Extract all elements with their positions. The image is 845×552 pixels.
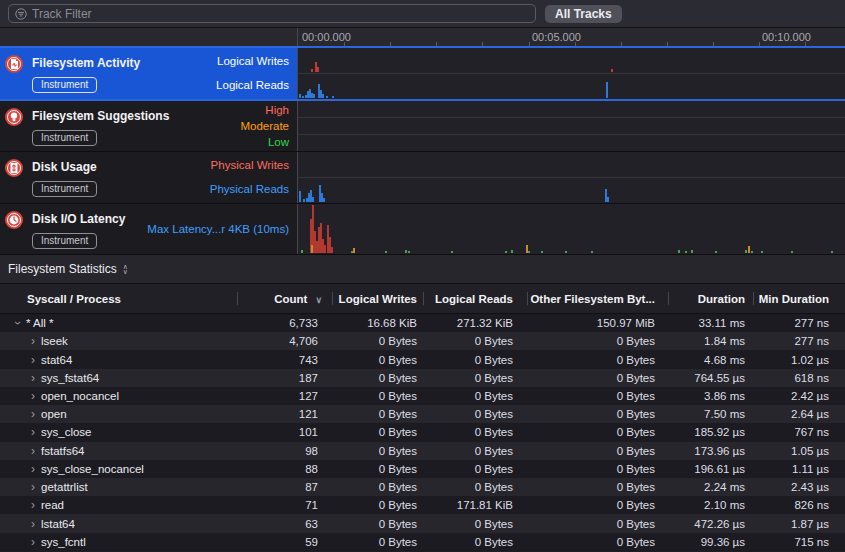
track-chart[interactable]	[298, 48, 845, 99]
disk-document-icon	[5, 159, 23, 177]
cell-value: 0 Bytes	[527, 536, 668, 548]
column-header-other-filesystem-byt-[interactable]: Other Filesystem Byt...	[527, 284, 668, 313]
track-chart[interactable]	[298, 152, 845, 203]
column-header-logical-reads[interactable]: Logical Reads	[423, 284, 527, 313]
cell-value: 2.64 µs	[753, 408, 845, 420]
table-row--all-[interactable]: ›* All *6,73316.68 KiB271.32 KiB150.97 M…	[0, 314, 845, 332]
filesystem-activity-icon	[5, 55, 23, 73]
lightbulb-icon	[5, 108, 23, 126]
cell-value: 0 Bytes	[527, 481, 668, 493]
table-row-open[interactable]: ›open1210 Bytes0 Bytes0 Bytes7.50 ms2.64…	[0, 405, 845, 423]
ruler-left-spacer	[0, 28, 298, 46]
cell-value: 472.26 µs	[668, 518, 753, 530]
column-header-min-duration[interactable]: Min Duration	[753, 284, 845, 313]
disclosure-collapsed-icon[interactable]: ›	[28, 535, 38, 549]
cell-value: 715 ns	[753, 536, 845, 548]
chart-lane[interactable]	[298, 135, 845, 151]
column-header-syscall-process[interactable]: Syscall / Process	[0, 284, 237, 313]
chart-lane[interactable]	[298, 204, 845, 255]
filter-icon	[15, 8, 27, 20]
track-row-disk-i-o-latency[interactable]: Disk I/O LatencyInstrumentMax Latency...…	[0, 204, 845, 256]
column-header-logical-writes[interactable]: Logical Writes	[332, 284, 423, 313]
syscall-name: sys_fstat64	[41, 372, 99, 384]
chart-spike	[748, 246, 750, 253]
table-row-getattrlist[interactable]: ›getattrlist870 Bytes0 Bytes0 Bytes2.24 …	[0, 478, 845, 496]
disclosure-collapsed-icon[interactable]: ›	[28, 334, 38, 348]
column-header-duration[interactable]: Duration	[668, 284, 753, 313]
cell-value: 127	[237, 390, 332, 402]
tracks-area: Filesystem ActivityInstrumentLogical Wri…	[0, 48, 845, 255]
disclosure-collapsed-icon[interactable]: ›	[28, 517, 38, 531]
track-sidebar-cell[interactable]: Filesystem SuggestionsInstrumentHighMode…	[0, 101, 298, 152]
chart-lane[interactable]	[298, 48, 845, 74]
track-filter-input[interactable]	[32, 7, 529, 21]
cell-value: 0 Bytes	[527, 354, 668, 366]
cell-value: 0 Bytes	[527, 426, 668, 438]
disclosure-collapsed-icon[interactable]: ›	[28, 389, 38, 403]
table-row-fstatfs64[interactable]: ›fstatfs64980 Bytes0 Bytes0 Bytes173.96 …	[0, 442, 845, 460]
cell-value: 101	[237, 426, 332, 438]
cell-value: 0 Bytes	[332, 445, 423, 457]
table-row-sys-fcntl[interactable]: ›sys_fcntl590 Bytes0 Bytes0 Bytes99.36 µ…	[0, 533, 845, 551]
track-title: Disk Usage	[32, 160, 97, 174]
syscall-name: read	[41, 499, 64, 511]
cell-value: 4,706	[237, 335, 332, 347]
chart-spike	[678, 250, 680, 253]
cell-value: 88	[237, 463, 332, 475]
disclosure-collapsed-icon[interactable]: ›	[28, 462, 38, 476]
all-tracks-button[interactable]: All Tracks	[545, 5, 622, 23]
track-row-disk-usage[interactable]: Disk UsageInstrumentPhysical WritesPhysi…	[0, 152, 845, 204]
track-chart[interactable]	[298, 101, 845, 152]
lane-label: Max Latency...r 4KB (10ms)	[147, 205, 289, 254]
disclosure-collapsed-icon[interactable]: ›	[28, 480, 38, 494]
ruler-timeline[interactable]: 00:00.00000:05.00000:10.000	[298, 28, 845, 46]
lane-label: High	[240, 102, 289, 118]
table-row-sys-close-nocancel[interactable]: ›sys_close_nocancel880 Bytes0 Bytes0 Byt…	[0, 460, 845, 478]
disclosure-collapsed-icon[interactable]: ›	[28, 444, 38, 458]
timeline-ruler[interactable]: 00:00.00000:05.00000:10.000	[0, 28, 845, 48]
cell-value: 0 Bytes	[423, 463, 527, 475]
track-row-filesystem-activity[interactable]: Filesystem ActivityInstrumentLogical Wri…	[0, 48, 845, 101]
table-row-read[interactable]: ›read710 Bytes171.81 KiB0 Bytes2.10 ms82…	[0, 496, 845, 514]
chart-lane[interactable]	[298, 74, 845, 99]
ruler-time-label: 00:10.000	[762, 31, 811, 43]
chart-lane[interactable]	[298, 152, 845, 178]
cell-value: 0 Bytes	[527, 518, 668, 530]
ruler-minor-tick	[575, 42, 576, 46]
syscall-name: getattrlist	[41, 481, 88, 493]
cell-value: 1.84 ms	[668, 335, 753, 347]
detail-pane-selector-icon[interactable]: ∧∨	[123, 264, 128, 274]
chart-spike	[408, 251, 410, 253]
ruler-minor-tick	[482, 42, 483, 46]
disclosure-collapsed-icon[interactable]: ›	[28, 425, 38, 439]
track-chart[interactable]	[298, 204, 845, 255]
table-row-sys-fstat64[interactable]: ›sys_fstat641870 Bytes0 Bytes0 Bytes764.…	[0, 369, 845, 387]
chart-spike	[831, 251, 833, 253]
table-row-lstat64[interactable]: ›lstat64630 Bytes0 Bytes0 Bytes472.26 µs…	[0, 514, 845, 532]
disclosure-collapsed-icon[interactable]: ›	[28, 498, 38, 512]
disclosure-collapsed-icon[interactable]: ›	[28, 371, 38, 385]
chart-spike	[299, 94, 301, 98]
disclosure-collapsed-icon[interactable]: ›	[28, 407, 38, 421]
disclosure-expanded-icon[interactable]: ›	[11, 318, 25, 328]
chart-spike	[331, 247, 333, 253]
track-row-filesystem-suggestions[interactable]: Filesystem SuggestionsInstrumentHighMode…	[0, 101, 845, 153]
table-row-stat64[interactable]: ›stat647430 Bytes0 Bytes0 Bytes4.68 ms1.…	[0, 350, 845, 368]
table-row-lseek[interactable]: ›lseek4,7060 Bytes0 Bytes0 Bytes1.84 ms2…	[0, 332, 845, 350]
chart-lane[interactable]	[298, 118, 845, 135]
track-filter-field[interactable]	[8, 4, 536, 23]
table-row-open-nocancel[interactable]: ›open_nocancel1270 Bytes0 Bytes0 Bytes3.…	[0, 387, 845, 405]
cell-value: 0 Bytes	[332, 481, 423, 493]
cell-value: 826 ns	[753, 499, 845, 511]
track-sidebar-cell[interactable]: Disk I/O LatencyInstrumentMax Latency...…	[0, 204, 298, 255]
cell-value: 4.68 ms	[668, 354, 753, 366]
disclosure-collapsed-icon[interactable]: ›	[28, 353, 38, 367]
cell-value: 0 Bytes	[423, 536, 527, 548]
track-sidebar-cell[interactable]: Disk UsageInstrumentPhysical WritesPhysi…	[0, 152, 298, 203]
track-sidebar-cell[interactable]: Filesystem ActivityInstrumentLogical Wri…	[0, 48, 298, 99]
column-header-count[interactable]: Count∨	[237, 284, 332, 313]
table-row-sys-close[interactable]: ›sys_close1010 Bytes0 Bytes0 Bytes185.92…	[0, 423, 845, 441]
chart-lane[interactable]	[298, 101, 845, 118]
column-header-label: Count	[274, 293, 307, 305]
chart-lane[interactable]	[298, 178, 845, 203]
